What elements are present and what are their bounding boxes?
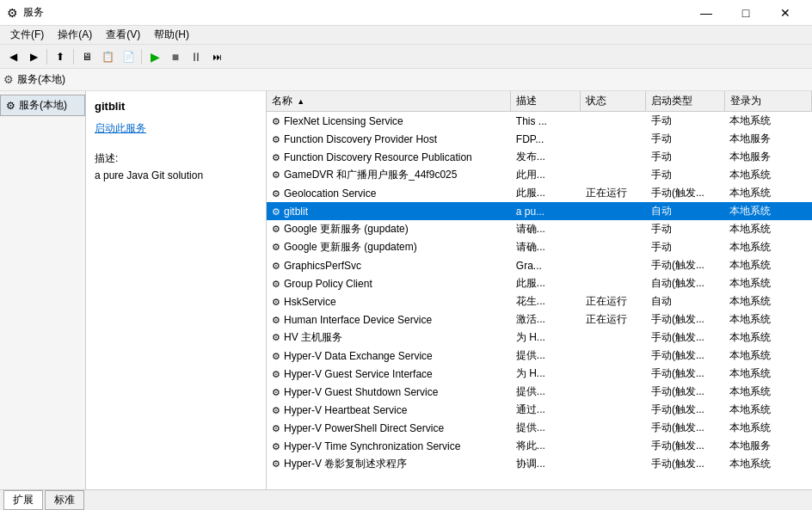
forward-button[interactable]: ▶ bbox=[24, 47, 43, 66]
service-login-cell: 本地系统 bbox=[724, 274, 811, 292]
table-row[interactable]: ⚙Google 更新服务 (gupdatem)请确...手动本地系统 bbox=[267, 238, 812, 256]
service-startup-cell: 手动(触发... bbox=[646, 419, 724, 437]
addr-service-icon: ⚙ bbox=[3, 73, 14, 86]
service-login-cell: 本地系统 bbox=[724, 202, 811, 220]
properties-button[interactable]: 📋 bbox=[98, 47, 117, 66]
close-button[interactable]: ✕ bbox=[766, 0, 805, 26]
table-row[interactable]: ⚙Hyper-V Guest Service Interface为 H...手动… bbox=[267, 365, 812, 383]
service-name-cell: ⚙Google 更新服务 (gupdate) bbox=[267, 220, 511, 238]
gear-icon: ⚙ bbox=[272, 152, 280, 163]
services-table: 名称 ▲ 描述 状态 启动类型 登录为 ⚙FlexNet Licensing S… bbox=[267, 91, 812, 473]
service-name-cell: ⚙Human Interface Device Service bbox=[267, 310, 511, 329]
description-text: a pure Java Git solution bbox=[95, 169, 257, 181]
service-status-cell bbox=[581, 347, 646, 365]
up-button[interactable]: ⬆ bbox=[51, 47, 70, 66]
service-startup-cell: 手动(触发... bbox=[646, 329, 724, 347]
service-status-cell bbox=[581, 274, 646, 292]
start-service-link[interactable]: 启动此服务 bbox=[95, 121, 146, 136]
col-header-login[interactable]: 登录为 bbox=[724, 91, 811, 112]
left-nav-item-services[interactable]: ⚙ 服务(本地) bbox=[0, 95, 85, 116]
menu-help[interactable]: 帮助(H) bbox=[147, 26, 196, 44]
menu-action[interactable]: 操作(A) bbox=[51, 26, 99, 44]
col-header-status[interactable]: 状态 bbox=[581, 91, 646, 112]
col-header-startup[interactable]: 启动类型 bbox=[646, 91, 724, 112]
gear-icon: ⚙ bbox=[272, 169, 280, 180]
service-startup-cell: 手动 bbox=[646, 130, 724, 148]
service-startup-cell: 手动(触发... bbox=[646, 256, 724, 274]
table-row[interactable]: ⚙Group Policy Client此服...自动(触发...本地系统 bbox=[267, 274, 812, 292]
app-icon: ⚙ bbox=[7, 6, 18, 20]
service-desc-cell: a pu... bbox=[511, 202, 581, 220]
table-row[interactable]: ⚙HskService花生...正在运行自动本地系统 bbox=[267, 292, 812, 310]
services-table-container[interactable]: 名称 ▲ 描述 状态 启动类型 登录为 ⚙FlexNet Licensing S… bbox=[267, 91, 812, 489]
service-desc-cell: 提供... bbox=[511, 347, 581, 365]
menu-view[interactable]: 查看(V) bbox=[99, 26, 147, 44]
col-header-desc[interactable]: 描述 bbox=[511, 91, 581, 112]
service-name-cell: ⚙Hyper-V Time Synchronization Service bbox=[267, 437, 511, 455]
minimize-button[interactable]: — bbox=[686, 0, 726, 26]
table-row[interactable]: ⚙GameDVR 和广播用户服务_44f9c025此用...手动本地系统 bbox=[267, 166, 812, 184]
table-row[interactable]: ⚙Function Discovery Provider HostFDP...手… bbox=[267, 130, 812, 148]
service-name-cell: ⚙FlexNet Licensing Service bbox=[267, 112, 511, 131]
toolbar-separator-3 bbox=[141, 49, 142, 65]
table-row[interactable]: ⚙HV 主机服务为 H...手动(触发...本地系统 bbox=[267, 329, 812, 347]
refresh-button[interactable]: ▶ bbox=[145, 47, 164, 66]
back-button[interactable]: ◀ bbox=[3, 47, 22, 66]
table-row[interactable]: ⚙FlexNet Licensing ServiceThis ...手动本地系统 bbox=[267, 112, 812, 131]
service-status-cell: 正在运行 bbox=[581, 310, 646, 329]
service-login-cell: 本地系统 bbox=[724, 220, 811, 238]
service-status-cell bbox=[581, 455, 646, 473]
service-login-cell: 本地系统 bbox=[724, 310, 811, 329]
show-console-button[interactable]: 🖥 bbox=[77, 47, 96, 66]
pause-button[interactable]: ⏸ bbox=[187, 47, 206, 66]
table-row[interactable]: ⚙GraphicsPerfSvcGra...手动(触发...本地系统 bbox=[267, 256, 812, 274]
stop-button[interactable]: ■ bbox=[166, 47, 185, 66]
table-row[interactable]: ⚙Hyper-V 卷影复制述求程序协调...手动(触发...本地系统 bbox=[267, 455, 812, 473]
tab-standard[interactable]: 标准 bbox=[45, 490, 84, 510]
service-name-cell: ⚙Group Policy Client bbox=[267, 274, 511, 292]
table-row[interactable]: ⚙Human Interface Device Service激活...正在运行… bbox=[267, 310, 812, 329]
restart-button[interactable]: ⏭ bbox=[207, 47, 226, 66]
status-bar: 扩展 标准 bbox=[0, 489, 812, 510]
service-status-cell bbox=[581, 166, 646, 184]
tab-extend[interactable]: 扩展 bbox=[3, 490, 43, 510]
toolbar-separator-1 bbox=[46, 49, 47, 65]
table-row[interactable]: ⚙Geolocation Service此服...正在运行手动(触发...本地系… bbox=[267, 184, 812, 202]
table-row[interactable]: ⚙Hyper-V Data Exchange Service提供...手动(触发… bbox=[267, 347, 812, 365]
table-row[interactable]: ⚙Function Discovery Resource Publication… bbox=[267, 148, 812, 166]
gear-icon: ⚙ bbox=[272, 261, 280, 271]
toolbar-separator-2 bbox=[73, 49, 74, 65]
service-name-cell: ⚙Hyper-V 卷影复制述求程序 bbox=[267, 455, 511, 473]
maximize-button[interactable]: □ bbox=[726, 0, 766, 26]
service-startup-cell: 手动(触发... bbox=[646, 455, 724, 473]
table-row[interactable]: ⚙Google 更新服务 (gupdate)请确...手动本地系统 bbox=[267, 220, 812, 238]
service-startup-cell: 手动(触发... bbox=[646, 310, 724, 329]
table-row[interactable]: ⚙gitblita pu...自动本地系统 bbox=[267, 202, 812, 220]
table-row[interactable]: ⚙Hyper-V Guest Shutdown Service提供...手动(触… bbox=[267, 383, 812, 401]
service-startup-cell: 手动(触发... bbox=[646, 347, 724, 365]
table-row[interactable]: ⚙Hyper-V Time Synchronization Service将此.… bbox=[267, 437, 812, 455]
service-login-cell: 本地系统 bbox=[724, 292, 811, 310]
service-startup-cell: 手动(触发... bbox=[646, 184, 724, 202]
service-desc-cell: This ... bbox=[511, 112, 581, 131]
table-row[interactable]: ⚙Hyper-V PowerShell Direct Service提供...手… bbox=[267, 419, 812, 437]
table-row[interactable]: ⚙Hyper-V Heartbeat Service通过...手动(触发...本… bbox=[267, 401, 812, 419]
gear-icon: ⚙ bbox=[272, 351, 280, 361]
service-name-cell: ⚙HskService bbox=[267, 292, 511, 310]
service-name-cell: ⚙Geolocation Service bbox=[267, 184, 511, 202]
service-startup-cell: 手动 bbox=[646, 238, 724, 256]
col-header-name[interactable]: 名称 ▲ bbox=[267, 91, 511, 112]
gear-icon: ⚙ bbox=[272, 387, 280, 397]
title-bar: ⚙ 服务 — □ ✕ bbox=[0, 0, 812, 26]
service-name-cell: ⚙gitblit bbox=[267, 202, 511, 220]
service-name-cell: ⚙Google 更新服务 (gupdatem) bbox=[267, 238, 511, 256]
new-button[interactable]: 📄 bbox=[119, 47, 138, 66]
service-status-cell bbox=[581, 256, 646, 274]
service-status-cell bbox=[581, 419, 646, 437]
service-startup-cell: 自动 bbox=[646, 202, 724, 220]
service-login-cell: 本地服务 bbox=[724, 148, 811, 166]
service-status-cell: 正在运行 bbox=[581, 184, 646, 202]
service-startup-cell: 手动 bbox=[646, 148, 724, 166]
menu-file[interactable]: 文件(F) bbox=[3, 26, 51, 44]
service-name-cell: ⚙Hyper-V Heartbeat Service bbox=[267, 401, 511, 419]
